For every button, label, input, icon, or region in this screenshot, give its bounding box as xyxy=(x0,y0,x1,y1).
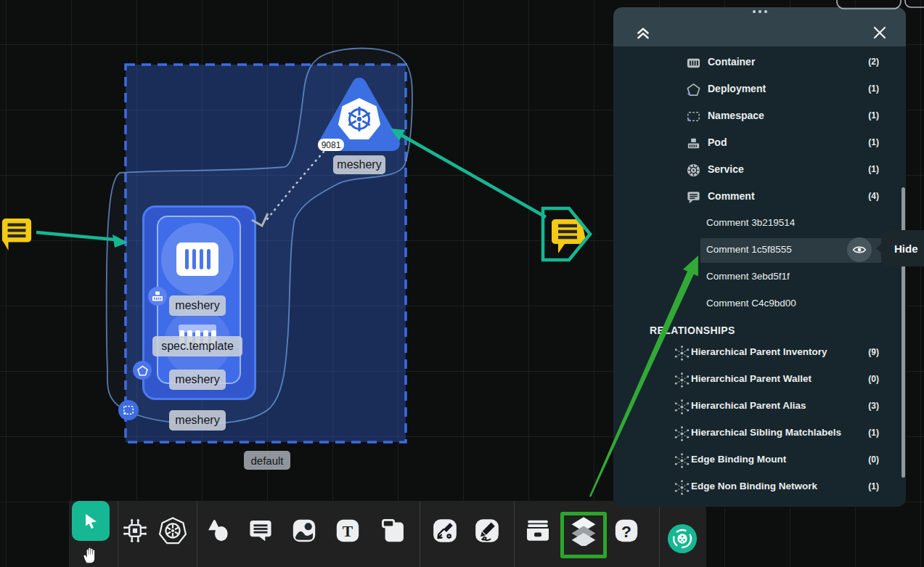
edge-pen-tool-button[interactable] xyxy=(429,515,461,547)
relationship-row-hierarchical-parent-alias[interactable]: Hierarchical Parent Alias (3) xyxy=(613,393,906,420)
relationship-icon xyxy=(674,479,690,496)
edge-pen-icon xyxy=(431,517,459,544)
svg-text:?: ? xyxy=(621,522,631,541)
resource-row-namespace[interactable]: Namespace (1) xyxy=(613,103,906,130)
relationship-icon xyxy=(674,399,690,415)
res-comment-icon xyxy=(686,189,701,205)
res-namespace-icon xyxy=(686,109,701,124)
comment-row-comment-3ebd5f1f[interactable]: Comment 3ebd5f1f xyxy=(613,264,906,291)
help-icon: ? xyxy=(613,517,640,544)
relationship-icon xyxy=(674,345,690,362)
comment-label: Comment 3ebd5f1f xyxy=(706,271,790,282)
res-pod-icon xyxy=(686,136,701,151)
collapse-panel-button[interactable] xyxy=(634,23,653,42)
image-tool-button[interactable] xyxy=(288,515,320,547)
note-icon xyxy=(380,517,407,544)
service-port-label: 9081 xyxy=(318,139,344,151)
shapes-tool-button[interactable] xyxy=(202,515,234,547)
mesh-sync-icon xyxy=(120,516,150,545)
drawer-tool-button[interactable] xyxy=(522,515,554,547)
drawer-icon xyxy=(523,517,552,544)
relationships-header: RELATIONSHIPS xyxy=(650,325,735,336)
text-icon: T xyxy=(334,517,361,544)
comment-row-comment-3b219514[interactable]: Comment 3b219514 xyxy=(613,211,906,237)
close-panel-button[interactable] xyxy=(871,24,888,41)
resource-label: Container xyxy=(708,56,755,68)
comment-label: Comment 3b219514 xyxy=(706,217,795,228)
pod-label: meshery xyxy=(169,295,226,316)
res-container-icon xyxy=(686,55,701,70)
namespace-label: default xyxy=(244,451,290,470)
relationship-label: Hierarchical Parent Inventory xyxy=(691,346,827,357)
meshery-design-canvas: 9081 meshery meshery spec.template meshe… xyxy=(0,0,924,567)
relationship-row-partial xyxy=(613,501,906,507)
resource-row-pod[interactable]: Pod (1) xyxy=(613,130,906,157)
resource-row-container[interactable]: Container (2) xyxy=(613,49,906,76)
resource-label: Pod xyxy=(708,136,727,148)
relationship-icon xyxy=(674,452,690,469)
elements-panel: Container (2) Deployment (1) Namespace (… xyxy=(613,7,906,507)
relationship-row-hierarchical-parent-wallet[interactable]: Hierarchical Parent Wallet (0) xyxy=(613,367,906,393)
resource-count: (1) xyxy=(868,110,879,121)
resource-row-comment[interactable]: Comment (4) xyxy=(613,184,906,211)
service-label: meshery xyxy=(333,155,385,174)
comment-tool-button[interactable] xyxy=(245,515,277,547)
relationship-row-edge-binding-mount[interactable]: Edge Binding Mount (0) xyxy=(613,447,906,474)
relationship-label: Hierarchical Parent Wallet xyxy=(691,373,811,384)
relationship-label: Hierarchical Sibling Matchlabels xyxy=(691,427,841,438)
comment-row-comment-1c5f8555[interactable]: Comment 1c5f8555 xyxy=(613,237,906,264)
shapes-icon xyxy=(204,517,232,544)
res-deployment-icon xyxy=(686,82,701,97)
relationship-row-edge-non-binding-network[interactable]: Edge Non Binding Network (1) xyxy=(613,474,906,501)
relationship-count: (0) xyxy=(868,454,879,465)
relationship-label: Edge Binding Mount xyxy=(691,454,786,465)
comment-node-right[interactable] xyxy=(549,218,585,256)
relationship-count: (1) xyxy=(868,428,879,438)
resource-count: (4) xyxy=(868,191,879,201)
relationship-label: Hierarchical Parent Alias xyxy=(691,400,806,411)
comment-icon xyxy=(247,517,274,544)
resource-count: (1) xyxy=(868,164,879,174)
comment-label: Comment C4c9bd00 xyxy=(706,298,796,309)
drag-handle-icon[interactable] xyxy=(613,10,906,13)
workload-label: meshery xyxy=(169,410,226,431)
image-icon xyxy=(290,517,318,544)
resource-label: Namespace xyxy=(708,110,764,121)
mesh-components-tool-button[interactable] xyxy=(119,515,151,547)
resource-row-deployment[interactable]: Deployment (1) xyxy=(613,76,906,103)
text-tool-button[interactable]: T xyxy=(332,515,364,547)
help-tool-button[interactable]: ? xyxy=(610,515,642,547)
resource-row-service[interactable]: Service (1) xyxy=(613,157,906,184)
res-service-icon xyxy=(686,163,701,178)
kubernetes-icon xyxy=(158,515,188,546)
note-tool-button[interactable] xyxy=(377,515,409,547)
relationship-icon xyxy=(674,372,690,388)
resource-count: (1) xyxy=(868,83,879,94)
kubernetes-tool-button[interactable] xyxy=(157,515,189,547)
layers-highlight-box xyxy=(560,512,607,558)
hide-eye-button[interactable] xyxy=(847,237,872,262)
freehand-pen-icon xyxy=(473,517,501,544)
relationship-icon xyxy=(674,425,690,442)
hide-tooltip: Hide xyxy=(881,230,924,266)
comment-node-left[interactable] xyxy=(1,217,33,253)
relationship-count: (3) xyxy=(868,401,879,411)
deployment-label: meshery xyxy=(169,370,226,390)
relationship-count: (1) xyxy=(868,481,879,491)
comment-label: Comment 1c5f8555 xyxy=(706,244,792,255)
freehand-pen-tool-button[interactable] xyxy=(471,515,503,547)
relationship-icon xyxy=(674,506,690,507)
select-tool-button[interactable] xyxy=(72,501,110,541)
relationship-row-hierarchical-parent-inventory[interactable]: Hierarchical Parent Inventory (9) xyxy=(613,340,906,367)
meshery-logo-button[interactable] xyxy=(667,523,698,554)
relationship-label: Edge Non Binding Network xyxy=(691,481,817,491)
relationship-count: (0) xyxy=(868,374,879,384)
resource-label: Comment xyxy=(708,190,755,202)
comment-row-comment-c4c9bd00[interactable]: Comment C4c9bd00 xyxy=(613,291,906,318)
resource-count: (2) xyxy=(868,57,879,67)
resource-label: Service xyxy=(708,163,744,175)
pan-tool-button[interactable] xyxy=(78,542,104,566)
relationship-row-hierarchical-sibling-matchlabels[interactable]: Hierarchical Sibling Matchlabels (1) xyxy=(613,420,906,447)
resource-label: Deployment xyxy=(708,83,766,94)
panel-header[interactable] xyxy=(613,7,906,46)
